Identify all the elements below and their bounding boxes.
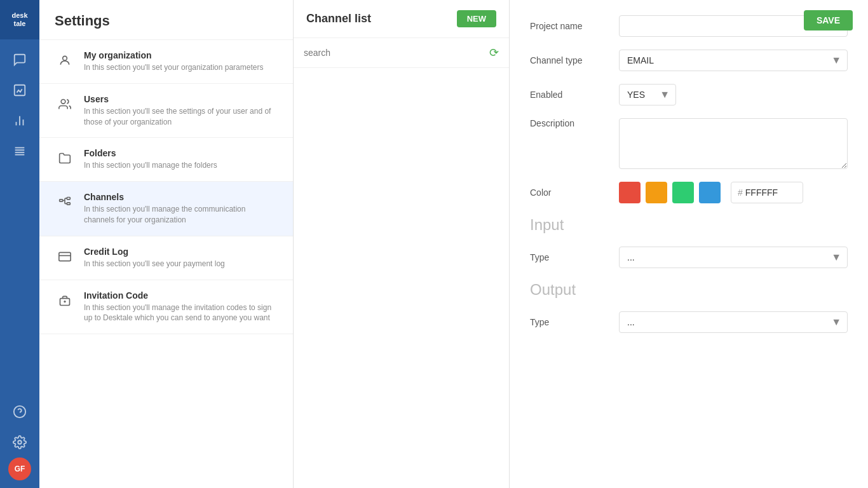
color-hash-symbol: # — [738, 187, 743, 198]
organization-icon — [55, 50, 75, 71]
description-input[interactable] — [619, 118, 848, 169]
input-type-select-wrapper: ... ▼ — [619, 247, 848, 268]
analytics-nav-icon[interactable] — [7, 108, 32, 133]
folders-title: Folders — [84, 148, 278, 158]
color-hex-area: # — [731, 182, 803, 203]
settings-title: Settings — [39, 0, 293, 40]
channel-list-header: Channel list NEW — [294, 0, 509, 38]
save-button[interactable]: SAVE — [804, 10, 853, 30]
invitation-desc: In this section you'll manage the invita… — [84, 302, 278, 324]
output-section-title: Output — [530, 281, 848, 299]
color-label: Color — [530, 187, 619, 198]
settings-item-folders[interactable]: Folders In this section you'll manage th… — [39, 138, 293, 182]
color-swatch-orange[interactable] — [646, 182, 667, 203]
channel-type-row: Channel type EMAIL SMS PUSH ▼ — [530, 50, 848, 71]
output-type-label: Type — [530, 317, 619, 327]
detail-panel: SAVE Project name Channel type EMAIL SMS… — [510, 0, 868, 488]
input-type-label: Type — [530, 252, 619, 262]
output-type-row: Type ... ▼ — [530, 311, 848, 333]
users-icon — [55, 94, 75, 114]
channels-desc: In this section you'll manage the commun… — [84, 204, 278, 226]
users-desc: In this section you'll see the settings … — [84, 106, 278, 128]
chart-nav-icon[interactable] — [7, 78, 32, 103]
project-name-row: Project name — [530, 15, 848, 37]
org-title: My organization — [84, 50, 278, 60]
description-row: Description — [530, 118, 848, 169]
settings-item-invitation-code[interactable]: Invitation Code In this section you'll m… — [39, 280, 293, 335]
color-row: Color # — [530, 182, 848, 203]
input-type-row: Type ... ▼ — [530, 247, 848, 268]
channels-icon — [55, 192, 75, 212]
channels-title: Channels — [84, 192, 278, 202]
enabled-row: Enabled YES NO ▼ — [530, 84, 848, 105]
channel-search-input[interactable] — [304, 48, 489, 58]
help-nav-icon[interactable] — [7, 399, 32, 424]
chat-nav-icon[interactable] — [7, 47, 32, 72]
color-swatches-area: # — [619, 182, 848, 203]
input-type-select[interactable]: ... — [619, 247, 848, 268]
credit-log-title: Credit Log — [84, 247, 278, 257]
new-channel-button[interactable]: NEW — [457, 10, 496, 27]
svg-point-10 — [18, 440, 22, 444]
users-title: Users — [84, 94, 278, 104]
settings-item-channels[interactable]: Channels In this section you'll manage t… — [39, 182, 293, 236]
svg-rect-13 — [60, 200, 63, 201]
svg-point-11 — [63, 56, 67, 60]
description-label: Description — [530, 118, 619, 128]
settings-panel: Settings My organization In this section… — [39, 0, 294, 488]
credit-log-desc: In this section you'll see your payment … — [84, 259, 278, 269]
output-type-select[interactable]: ... — [619, 311, 848, 333]
refresh-icon[interactable]: ⟳ — [489, 46, 499, 60]
enabled-select-wrapper: YES NO ▼ — [619, 84, 676, 105]
invitation-title: Invitation Code — [84, 290, 278, 301]
svg-rect-0 — [15, 85, 25, 96]
svg-point-12 — [61, 99, 65, 104]
project-name-label: Project name — [530, 21, 619, 31]
list-nav-icon[interactable] — [7, 139, 32, 164]
svg-rect-15 — [67, 203, 70, 205]
folders-desc: In this section you'll manage the folder… — [84, 160, 278, 171]
settings-item-my-organization[interactable]: My organization In this section you'll s… — [39, 40, 293, 84]
folders-icon — [55, 148, 75, 168]
color-swatch-blue[interactable] — [699, 182, 721, 203]
settings-nav-icon[interactable] — [7, 430, 32, 455]
output-type-select-wrapper: ... ▼ — [619, 311, 848, 333]
org-desc: In this section you'll set your organiza… — [84, 62, 278, 73]
enabled-select[interactable]: YES NO — [619, 84, 676, 105]
color-swatch-red[interactable] — [619, 182, 641, 203]
channel-list-panel: Channel list NEW ⟳ — [294, 0, 510, 488]
enabled-label: Enabled — [530, 90, 619, 100]
channel-search-area: ⟳ — [294, 38, 509, 68]
left-navigation: desktale — [0, 0, 39, 488]
user-avatar[interactable]: GF — [8, 458, 31, 480]
settings-item-credit-log[interactable]: Credit Log In this section you'll see yo… — [39, 236, 293, 280]
svg-rect-20 — [59, 252, 71, 261]
channel-type-select-wrapper: EMAIL SMS PUSH ▼ — [619, 50, 848, 71]
svg-rect-14 — [67, 198, 70, 200]
input-section-title: Input — [530, 216, 848, 234]
settings-item-users[interactable]: Users In this section you'll see the set… — [39, 84, 293, 139]
color-hex-input[interactable] — [745, 187, 796, 198]
app-logo[interactable]: desktale — [0, 0, 39, 39]
channel-list-title: Channel list — [306, 12, 371, 25]
invitation-icon — [55, 290, 75, 311]
logo-text: desktale — [11, 11, 27, 28]
channel-type-label: Channel type — [530, 55, 619, 65]
credit-log-icon — [55, 247, 75, 267]
color-swatch-green[interactable] — [672, 182, 694, 203]
channel-type-select[interactable]: EMAIL SMS PUSH — [619, 50, 848, 71]
